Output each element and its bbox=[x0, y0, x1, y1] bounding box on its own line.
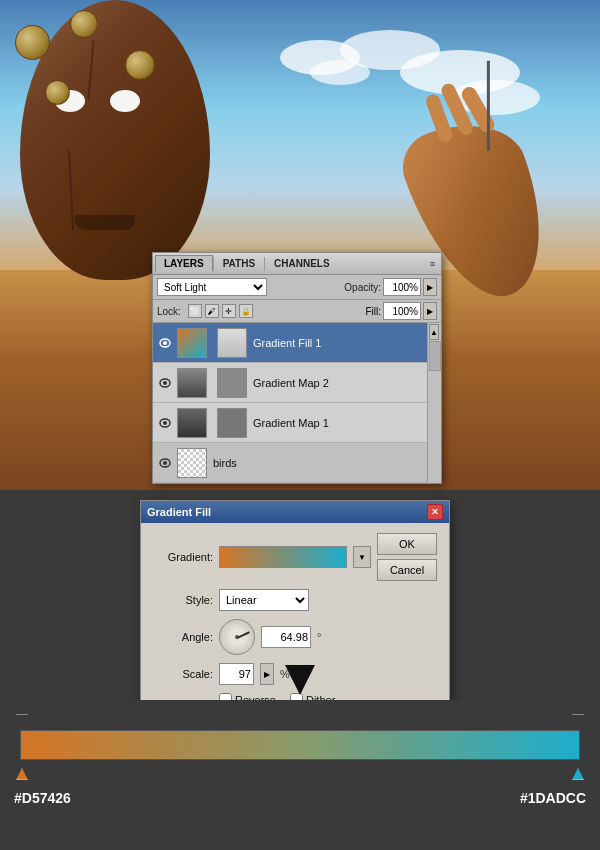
panel-menu-button[interactable]: ≡ bbox=[426, 258, 439, 270]
opacity-group: Opacity: ▶ bbox=[344, 278, 437, 296]
lock-position-icon[interactable]: ✛ bbox=[222, 304, 236, 318]
dialog-buttons: OK Cancel bbox=[377, 533, 437, 581]
bottom-right-stop[interactable] bbox=[572, 768, 584, 780]
gradient-preview-swatch[interactable] bbox=[219, 546, 347, 568]
chain-icon-2 bbox=[208, 368, 216, 398]
dialog-title: Gradient Fill bbox=[147, 506, 211, 518]
svg-point-1 bbox=[163, 341, 167, 345]
scroll-up-button[interactable]: ▲ bbox=[429, 324, 439, 340]
opacity-input[interactable] bbox=[383, 278, 421, 296]
fill-input[interactable] bbox=[383, 302, 421, 320]
layer-color-thumb-1 bbox=[177, 328, 207, 358]
mouth bbox=[75, 215, 135, 230]
angle-field-label: Angle: bbox=[153, 631, 213, 643]
crack-1 bbox=[87, 40, 94, 100]
angle-dial[interactable] bbox=[219, 619, 255, 655]
top-left-stop[interactable] bbox=[16, 714, 28, 726]
panel-header: LAYERS PATHS CHANNELS ≡ bbox=[153, 253, 441, 275]
layer-thumbnails-4 bbox=[177, 448, 207, 478]
layer-mask-thumb-1 bbox=[217, 328, 247, 358]
scale-input[interactable] bbox=[219, 663, 254, 685]
gradient-editor-panel: #D57426 #1DADCC bbox=[0, 700, 600, 850]
angle-row: Angle: ° bbox=[153, 619, 437, 655]
table-row[interactable]: Gradient Fill 1 bbox=[153, 323, 441, 363]
channels-tab[interactable]: CHANNELS bbox=[265, 255, 339, 272]
cancel-button[interactable]: Cancel bbox=[377, 559, 437, 581]
blend-mode-select[interactable]: Soft Light bbox=[157, 278, 267, 296]
layer-color-thumb-4 bbox=[177, 448, 207, 478]
angle-input[interactable] bbox=[261, 626, 311, 648]
gradient-field-label: Gradient: bbox=[153, 551, 213, 563]
layers-panel: LAYERS PATHS CHANNELS ≡ Soft Light Opaci… bbox=[152, 252, 442, 484]
chain-icon-3 bbox=[208, 408, 216, 438]
bottom-left-stop[interactable] bbox=[16, 768, 28, 780]
lock-all-icon[interactable]: 🔒 bbox=[239, 304, 253, 318]
gradient-row: Gradient: ▼ OK Cancel bbox=[153, 533, 437, 581]
style-field-label: Style: bbox=[153, 594, 213, 606]
bottom-left-stop-icon bbox=[16, 768, 28, 780]
checker-thumb bbox=[178, 449, 206, 477]
scale-increment-button[interactable]: ▶ bbox=[260, 663, 274, 685]
lock-fill-row: Lock: ⬜ 🖌 ✛ 🔒 Fill: ▶ bbox=[153, 300, 441, 323]
fill-label: Fill: bbox=[365, 306, 381, 317]
svg-point-5 bbox=[163, 421, 167, 425]
layers-tab[interactable]: LAYERS bbox=[155, 255, 213, 272]
gradient-map-thumb-3 bbox=[178, 409, 206, 437]
lock-image-icon[interactable]: 🖌 bbox=[205, 304, 219, 318]
visibility-icon-1[interactable] bbox=[157, 335, 173, 351]
visibility-icon-2[interactable] bbox=[157, 375, 173, 391]
top-right-stop[interactable] bbox=[572, 714, 584, 726]
dialog-close-button[interactable]: ✕ bbox=[427, 504, 443, 520]
layer-mask-thumb-3 bbox=[217, 408, 247, 438]
visibility-icon-4[interactable] bbox=[157, 455, 173, 471]
top-right-stop-icon bbox=[572, 714, 584, 726]
layer-color-thumb-2 bbox=[177, 368, 207, 398]
lock-label: Lock: bbox=[157, 306, 181, 317]
visibility-icon-3[interactable] bbox=[157, 415, 173, 431]
mask-content-3 bbox=[218, 409, 246, 437]
opacity-label: Opacity: bbox=[344, 282, 381, 293]
paths-tab[interactable]: PATHS bbox=[214, 255, 264, 272]
table-row[interactable]: Gradient Map 2 bbox=[153, 363, 441, 403]
scale-field-label: Scale: bbox=[153, 668, 213, 680]
layer-thumbnails-2 bbox=[177, 368, 247, 398]
chain-icon-1 bbox=[208, 328, 216, 358]
table-row[interactable]: Gradient Map 1 bbox=[153, 403, 441, 443]
scroll-thumb[interactable] bbox=[429, 341, 441, 371]
top-left-stop-icon bbox=[16, 714, 28, 726]
gradient-thumb bbox=[178, 329, 206, 357]
layers-list-container: Gradient Fill 1 Gradient Map 2 bbox=[153, 323, 441, 483]
fill-group: Fill: ▶ bbox=[365, 302, 437, 320]
clock-2 bbox=[70, 10, 98, 38]
right-eye bbox=[110, 90, 140, 112]
gradient-bar-container bbox=[20, 730, 580, 760]
gradient-map-thumb-2 bbox=[178, 369, 206, 397]
clock-4 bbox=[45, 80, 70, 105]
crack-2 bbox=[68, 150, 74, 230]
layer-name-2: Gradient Map 2 bbox=[253, 377, 329, 389]
gradient-bar[interactable] bbox=[20, 730, 580, 760]
gradient-colors-labels: #D57426 #1DADCC bbox=[10, 790, 590, 806]
style-row: Style: Linear bbox=[153, 589, 437, 611]
opacity-arrow[interactable]: ▶ bbox=[423, 278, 437, 296]
style-select[interactable]: Linear bbox=[219, 589, 309, 611]
layer-thumbnails-3 bbox=[177, 408, 247, 438]
clock-3 bbox=[125, 50, 155, 80]
gradient-dropdown-arrow[interactable]: ▼ bbox=[353, 546, 371, 568]
svg-point-3 bbox=[163, 381, 167, 385]
ok-button[interactable]: OK bbox=[377, 533, 437, 555]
clock-1 bbox=[15, 25, 50, 60]
left-color-hex: #D57426 bbox=[14, 790, 71, 806]
held-stick bbox=[487, 61, 490, 151]
layer-name-3: Gradient Map 1 bbox=[253, 417, 329, 429]
mask-content-1 bbox=[218, 329, 246, 357]
layer-mask-thumb-2 bbox=[217, 368, 247, 398]
lock-transparent-icon[interactable]: ⬜ bbox=[188, 304, 202, 318]
layers-scrollbar[interactable]: ▲ bbox=[427, 323, 441, 483]
layer-thumbnails-1 bbox=[177, 328, 247, 358]
degree-symbol: ° bbox=[317, 631, 321, 643]
fill-arrow[interactable]: ▶ bbox=[423, 302, 437, 320]
angle-needle bbox=[237, 631, 251, 639]
layer-name-1: Gradient Fill 1 bbox=[253, 337, 321, 349]
table-row[interactable]: birds bbox=[153, 443, 441, 483]
